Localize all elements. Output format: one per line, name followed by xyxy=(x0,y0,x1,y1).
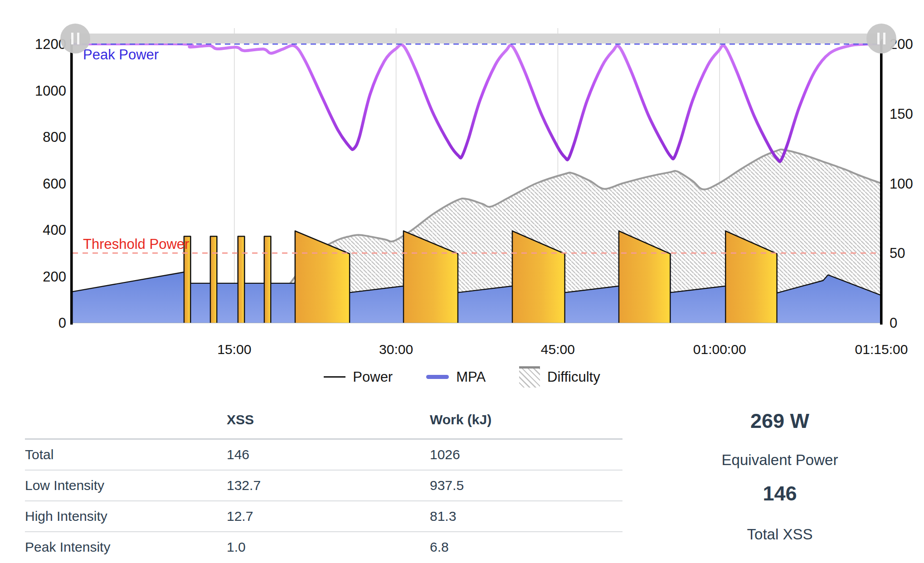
slider-track[interactable] xyxy=(75,34,881,44)
slider-handle-right[interactable] xyxy=(866,24,896,53)
difficulty-hatch-swatch xyxy=(519,366,540,388)
y-left-tick-label: 0 xyxy=(58,315,66,331)
legend-label-difficulty: Difficulty xyxy=(547,369,600,385)
row-value: 1026 xyxy=(430,439,622,471)
x-tick-label: 30:00 xyxy=(379,342,413,357)
table-row: Total1461026 xyxy=(25,439,622,471)
y-left-tick-label: 600 xyxy=(43,176,66,192)
row-label: High Intensity xyxy=(25,501,227,532)
row-value: 12.7 xyxy=(227,501,430,532)
table-row: Low Intensity132.7937.5 xyxy=(25,470,622,501)
x-tick-label: 01:15:00 xyxy=(855,342,908,357)
mpa-line-swatch xyxy=(426,375,449,379)
equivalent-power-label: Equivalent Power xyxy=(680,451,880,469)
y-axis-left xyxy=(70,39,73,325)
workout-analysis-page: Peak PowerThreshold Power020040060080010… xyxy=(0,0,924,563)
y-right-tick-label: 150 xyxy=(890,106,913,122)
interval-block xyxy=(238,236,244,323)
grip-icon xyxy=(71,33,73,44)
y-left-tick-label: 200 xyxy=(43,269,66,285)
y-left-tick-label: 800 xyxy=(43,129,66,145)
legend-item-mpa[interactable]: MPA xyxy=(426,369,486,385)
legend-item-power[interactable]: Power xyxy=(324,369,393,385)
row-label: Peak Intensity xyxy=(25,532,227,562)
table-row: Peak Intensity1.06.8 xyxy=(25,532,622,562)
legend-label-power: Power xyxy=(353,369,393,385)
grip-icon xyxy=(877,33,880,44)
slider-handle-circle xyxy=(866,24,896,53)
row-value: 132.7 xyxy=(227,470,430,501)
col-header-blank xyxy=(25,409,227,439)
table-header-row: XSS Work (kJ) xyxy=(25,409,622,439)
slider-handle-circle xyxy=(60,24,90,53)
interval-block xyxy=(264,236,271,323)
summary-panel: 269 W Equivalent Power 146 Total XSS xyxy=(680,409,880,544)
x-tick-label: 15:00 xyxy=(217,342,251,357)
legend-item-difficulty[interactable]: Difficulty xyxy=(519,366,600,388)
equivalent-power-value: 269 W xyxy=(680,409,880,433)
x-tick-label: 45:00 xyxy=(541,342,575,357)
threshold-power-label: Threshold Power xyxy=(83,236,189,252)
mpa-line xyxy=(73,44,881,162)
y-right-tick-label: 50 xyxy=(890,245,905,261)
row-value: 6.8 xyxy=(430,532,622,562)
grip-icon xyxy=(883,33,885,44)
total-xss-label: Total XSS xyxy=(680,525,880,544)
row-value: 81.3 xyxy=(430,501,622,532)
total-xss-value: 146 xyxy=(680,482,880,505)
row-label: Low Intensity xyxy=(25,470,227,501)
chart-legend: Power MPA Difficulty xyxy=(0,366,924,388)
workout-chart: Peak PowerThreshold Power020040060080010… xyxy=(0,0,924,363)
grip-icon xyxy=(77,33,79,44)
y-axis-right xyxy=(880,39,883,325)
row-value: 937.5 xyxy=(430,470,622,501)
interval-block xyxy=(210,236,217,323)
col-header-work: Work (kJ) xyxy=(430,409,622,439)
power-line-swatch xyxy=(324,376,345,378)
x-tick-label: 01:00:00 xyxy=(693,342,746,357)
row-label: Total xyxy=(25,439,227,471)
legend-label-mpa: MPA xyxy=(456,369,486,385)
intensity-table: XSS Work (kJ) Total1461026Low Intensity1… xyxy=(25,409,622,562)
row-value: 1.0 xyxy=(227,532,430,562)
y-right-tick-label: 100 xyxy=(890,176,913,192)
y-left-tick-label: 400 xyxy=(43,222,66,238)
slider-handle-left[interactable] xyxy=(60,24,90,53)
col-header-xss: XSS xyxy=(227,409,430,439)
y-right-tick-label: 0 xyxy=(890,315,897,331)
row-value: 146 xyxy=(227,439,430,471)
y-left-tick-label: 1000 xyxy=(35,83,66,99)
peak-power-label: Peak Power xyxy=(83,47,159,63)
table-row: High Intensity12.781.3 xyxy=(25,501,622,532)
